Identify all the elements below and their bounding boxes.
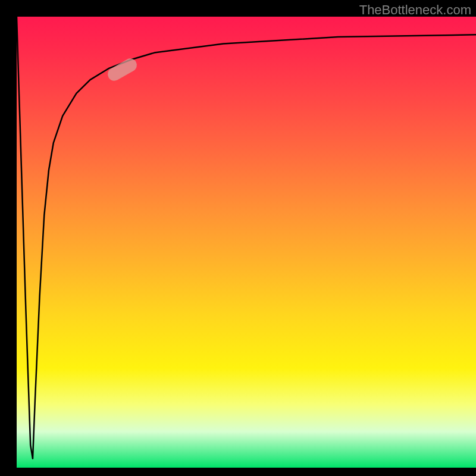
bottleneck-curve: [17, 17, 476, 468]
watermark-text: TheBottleneck.com: [359, 2, 471, 18]
chart-frame: TheBottleneck.com: [0, 0, 476, 476]
